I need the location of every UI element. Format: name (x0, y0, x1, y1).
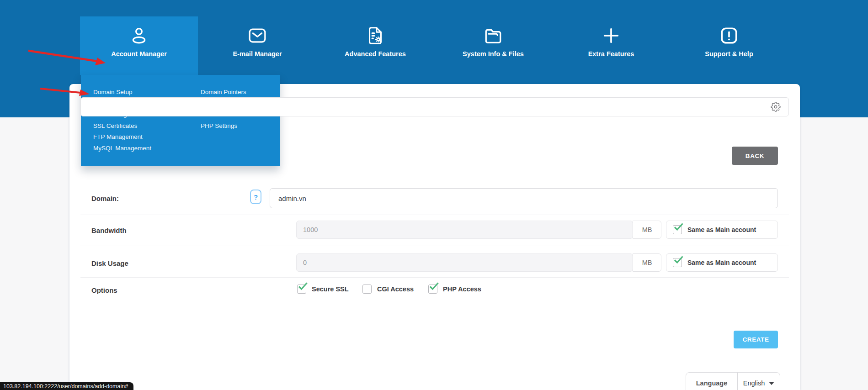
help-icon[interactable]: ? (250, 190, 261, 204)
menu-item-domain-pointers[interactable]: Domain Pointers (201, 87, 252, 98)
nav-item-label: System Info & Files (463, 50, 524, 58)
bandwidth-same-as-main[interactable]: Same as Main account (666, 221, 778, 239)
disk-usage-label: Disk Usage (91, 259, 128, 267)
table-settings-bar (80, 97, 789, 116)
disk-usage-unit: MB (633, 253, 661, 272)
menu-item-domain-setup[interactable]: Domain Setup (93, 87, 162, 98)
language-selector: Language English (686, 372, 780, 390)
nav-item-support-help[interactable]: Support & Help (670, 16, 788, 75)
secure-ssl-checkbox[interactable] (297, 285, 306, 294)
bandwidth-same-label: Same as Main account (687, 226, 756, 233)
account-manager-menu: Domain Setup Subdomain Management DNS Ma… (81, 75, 280, 166)
nav-item-label: Account Manager (111, 50, 167, 58)
language-value: English (743, 379, 765, 387)
domain-label: Domain: (91, 195, 119, 202)
document-gear-icon (365, 25, 386, 46)
check-icon (297, 282, 308, 291)
menu-item-php-settings[interactable]: PHP Settings (201, 121, 252, 132)
gear-icon[interactable] (770, 101, 781, 112)
secure-ssl-label: Secure SSL (312, 285, 349, 293)
nav-item-advanced-features[interactable]: Advanced Features (316, 16, 434, 75)
menu-item-ssl-certificates[interactable]: SSL Certificates (93, 121, 162, 132)
nav-item-label: E-mail Manager (233, 50, 282, 58)
chevron-down-icon (769, 382, 774, 385)
row-divider (80, 277, 789, 278)
directadmin-add-domain-page: Account Manager E-mail Manager Advanced … (0, 0, 868, 390)
alert-icon (719, 25, 740, 46)
disk-same-label: Same as Main account (687, 259, 756, 266)
row-divider (80, 246, 789, 246)
user-icon (128, 25, 149, 46)
menu-item-ftp-management[interactable]: FTP Management (93, 132, 162, 143)
php-access-checkbox[interactable] (428, 285, 437, 294)
nav-item-label: Extra Features (588, 50, 634, 58)
nav-item-label: Advanced Features (345, 50, 406, 58)
status-bar-url: 103.82.194.100:2222/user/domains/add-dom… (0, 382, 133, 390)
cgi-access-checkbox[interactable] (362, 285, 372, 294)
bandwidth-input (296, 221, 633, 239)
nav-item-email-manager[interactable]: E-mail Manager (198, 16, 316, 75)
language-dropdown[interactable]: English (738, 373, 780, 390)
row-divider (80, 215, 789, 215)
nav-item-label: Support & Help (705, 50, 753, 58)
option-php-access[interactable]: PHP Access (428, 285, 481, 294)
create-button[interactable]: CREATE (734, 331, 778, 348)
bandwidth-unit: MB (633, 221, 661, 239)
check-icon (428, 282, 439, 291)
disk-same-as-main[interactable]: Same as Main account (666, 253, 778, 272)
disk-usage-input (296, 253, 633, 272)
nav-item-system-info-files[interactable]: System Info & Files (434, 16, 552, 75)
mail-icon (247, 25, 268, 46)
bandwidth-label: Bandwidth (91, 227, 127, 234)
language-label: Language (686, 373, 738, 390)
cgi-access-label: CGI Access (377, 285, 414, 293)
check-icon (673, 255, 684, 264)
nav-item-account-manager[interactable]: Account Manager (80, 16, 198, 75)
menu-item-mysql-management[interactable]: MySQL Management (93, 143, 162, 154)
options-label: Options (91, 286, 117, 294)
php-access-label: PHP Access (443, 285, 481, 293)
plus-icon (601, 25, 622, 46)
check-icon (673, 222, 684, 232)
bandwidth-same-checkbox[interactable] (673, 225, 682, 234)
option-cgi-access[interactable]: CGI Access (362, 285, 414, 294)
disk-same-checkbox[interactable] (673, 258, 682, 267)
back-button[interactable]: BACK (732, 147, 778, 165)
option-secure-ssl[interactable]: Secure SSL (297, 285, 349, 294)
folder-icon (483, 25, 504, 46)
nav-item-extra-features[interactable]: Extra Features (552, 16, 670, 75)
domain-input[interactable] (270, 188, 778, 208)
